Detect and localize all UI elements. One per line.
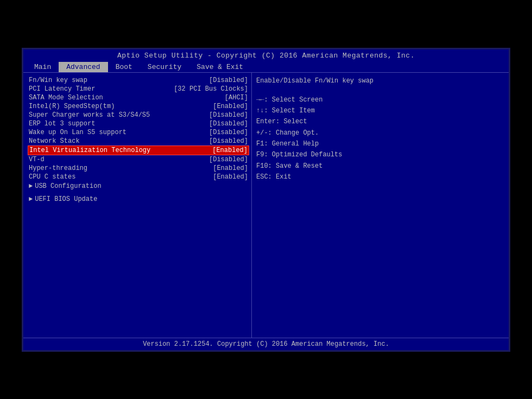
title-bar: Aptio Setup Utility - Copyright (C) 2016… [23,49,509,61]
left-panel: Fn/Win key swap[Disabled]PCI Latency Tim… [23,73,251,340]
title-text: Aptio Setup Utility - Copyright (C) 2016… [117,52,415,60]
row-label-6: Wake up On Lan S5 support [29,129,126,136]
row-value-1: [32 PCI Bus Clocks] [174,85,248,93]
keybind-2: Enter: Select [256,116,504,127]
menu-security[interactable]: Security [140,62,189,72]
usb-config-label: USB Configuration [35,182,101,190]
row-value-9: [Disabled] [209,156,248,163]
footer: Version 2.17.1254. Copyright (C) 2016 Am… [23,338,509,350]
keybind-6: F10: Save & Reset [256,161,504,172]
row-value-0: [Disabled] [209,77,248,84]
help-text: Enable/Disable Fn/Win key swap [256,76,504,86]
arrow-icon: ► [29,182,33,190]
right-panel: Enable/Disable Fn/Win key swap →←: Selec… [251,73,509,340]
keybind-0: →←: Select Screen [256,94,504,105]
row-value-10: [Enabled] [213,164,248,172]
bios-row-0[interactable]: Fn/Win key swap[Disabled] [28,76,249,85]
row-label-0: Fn/Win key swap [29,77,87,84]
menu-advanced[interactable]: Advanced [59,62,107,72]
keybind-4: F1: General Help [256,138,504,149]
row-value-8: [Enabled] [212,147,248,154]
bios-row-9[interactable]: VT-d[Disabled] [28,155,249,164]
row-value-4: [Disabled] [209,111,248,119]
row-label-11: CPU C states [29,173,75,181]
row-label-1: PCI Latency Timer [29,85,95,93]
keybind-5: F9: Optimized Defaults [256,149,504,160]
bios-row-8[interactable]: Intel Virtualization Technology[Enabled] [28,145,249,155]
uefi-bios-section[interactable]: ► UEFI BIOS Update [28,194,249,204]
footer-text: Version 2.17.1254. Copyright (C) 2016 Am… [143,340,389,348]
bios-row-4[interactable]: Super Charger works at S3/S4/S5[Disabled… [28,111,249,119]
bios-row-5[interactable]: ERP lot 3 support[Disabled] [28,119,249,128]
row-label-5: ERP lot 3 support [29,120,95,128]
bios-row-2[interactable]: SATA Mode Selection[AHCI] [28,93,249,102]
menu-bar: Main Advanced Boot Security Save & Exit [23,61,509,72]
keybind-7: ESC: Exit [256,172,504,182]
row-value-3: [Enabled] [213,103,248,110]
bios-screen: Aptio Setup Utility - Copyright (C) 2016… [22,48,510,352]
content-area: Fn/Win key swap[Disabled]PCI Latency Tim… [23,72,509,340]
usb-config-section[interactable]: ► USB Configuration [28,181,249,191]
bios-row-6[interactable]: Wake up On Lan S5 support[Disabled] [28,128,249,137]
menu-main[interactable]: Main [27,62,59,72]
keybind-3: +/-: Change Opt. [256,128,504,138]
bios-row-3[interactable]: Intel(R) SpeedStep(tm)[Enabled] [28,102,249,111]
row-value-5: [Disabled] [209,120,248,128]
row-label-2: SATA Mode Selection [29,94,103,102]
row-label-3: Intel(R) SpeedStep(tm) [29,103,115,110]
bios-row-1[interactable]: PCI Latency Timer[32 PCI Bus Clocks] [28,85,249,93]
uefi-bios-label: UEFI BIOS Update [35,195,97,203]
row-label-7: Network Stack [29,137,80,145]
row-value-2: [AHCI] [225,94,248,102]
menu-save-exit[interactable]: Save & Exit [189,62,251,72]
bios-row-10[interactable]: Hyper-threading[Enabled] [28,164,249,173]
bios-row-11[interactable]: CPU C states[Enabled] [28,173,249,181]
arrow-icon-2: ► [29,195,33,203]
menu-boot[interactable]: Boot [108,62,140,72]
row-value-6: [Disabled] [209,129,248,136]
row-label-9: VT-d [29,156,45,163]
bios-row-7[interactable]: Network Stack[Disabled] [28,137,249,145]
row-label-4: Super Charger works at S3/S4/S5 [29,111,150,119]
keybind-1: ↑↓: Select Item [256,105,504,116]
keybind-section: →←: Select Screen↑↓: Select ItemEnter: S… [256,94,504,183]
row-label-8: Intel Virtualization Technology [29,147,150,154]
row-value-7: [Disabled] [209,137,248,145]
row-label-10: Hyper-threading [29,164,87,172]
row-value-11: [Enabled] [213,173,248,181]
